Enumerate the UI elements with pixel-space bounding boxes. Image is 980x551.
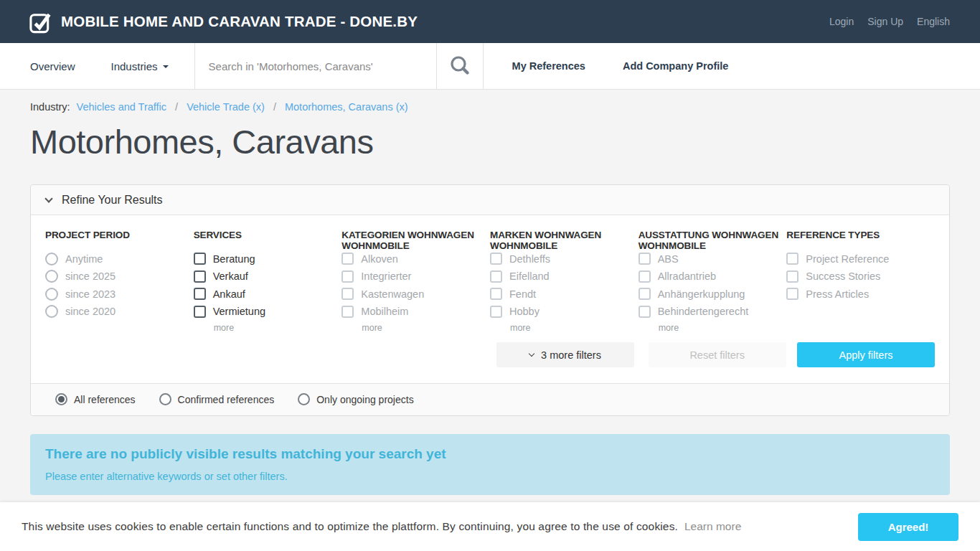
checkbox-option-ankauf[interactable]: Ankauf xyxy=(194,288,342,301)
main-nav: Overview Industries My References Add Co… xyxy=(0,43,980,90)
checkbox-icon xyxy=(490,306,502,318)
language-link[interactable]: English xyxy=(917,16,950,27)
filter-panel-body: PROJECT PERIODAnytimesince 2025since 202… xyxy=(31,215,949,383)
option-label: since 2020 xyxy=(65,306,116,317)
checkbox-option-project-reference: Project Reference xyxy=(786,253,935,265)
filter-group-project-period: PROJECT PERIODAnytimesince 2025since 202… xyxy=(45,230,194,332)
caret-down-icon xyxy=(163,65,169,68)
filter-panel-header[interactable]: Refine Your Results xyxy=(31,185,949,215)
breadcrumb-motorhomes-caravans[interactable]: Motorhomes, Caravans (x) xyxy=(285,101,408,113)
option-label: Alkoven xyxy=(361,253,398,265)
scope-label: All references xyxy=(74,394,136,405)
more-options-link[interactable]: more xyxy=(362,323,490,332)
empty-results-subtitle: Please enter alternative keywords or set… xyxy=(45,471,935,482)
option-label: Ankauf xyxy=(213,288,245,300)
option-label: Verkauf xyxy=(213,270,248,282)
checkbox-icon[interactable] xyxy=(194,306,206,318)
radio-icon xyxy=(45,253,58,265)
breadcrumb-label: Industry: xyxy=(30,101,70,113)
filter-panel: Refine Your Results PROJECT PERIODAnytim… xyxy=(30,184,950,416)
nav-my-references[interactable]: My References xyxy=(484,43,623,89)
checkbox-option-dethleffs: Dethleffs xyxy=(490,253,639,265)
filter-group-title: MARKEN WOHNWAGEN WOHNMOBILE xyxy=(490,230,639,253)
radio-icon xyxy=(45,288,58,301)
radio-icon[interactable] xyxy=(55,393,67,405)
chevron-down-icon xyxy=(44,194,52,202)
option-label: Press Articles xyxy=(806,288,869,300)
filter-panel-title: Refine Your Results xyxy=(62,194,163,207)
checkbox-icon[interactable] xyxy=(194,288,206,300)
apply-filters-button[interactable]: Apply filters xyxy=(797,342,935,367)
checkbox-icon xyxy=(490,270,502,283)
radio-icon xyxy=(45,270,58,283)
checkbox-icon xyxy=(786,270,798,283)
option-label: Beratung xyxy=(213,253,255,265)
scope-radio-only-ongoing-projects[interactable]: Only ongoing projects xyxy=(298,393,413,405)
checkbox-icon xyxy=(639,253,651,265)
more-filters-button[interactable]: 3 more filters xyxy=(496,342,634,367)
checkbox-option-press-articles: Press Articles xyxy=(786,288,935,301)
radio-icon[interactable] xyxy=(159,393,171,405)
search-input[interactable] xyxy=(195,60,436,72)
filter-group-services: SERVICESBeratungVerkaufAnkaufVermietungm… xyxy=(194,230,342,332)
option-label: since 2023 xyxy=(65,288,116,300)
checkbox-icon xyxy=(341,306,354,318)
login-link[interactable]: Login xyxy=(829,16,854,27)
learn-more-link[interactable]: Learn more xyxy=(684,520,741,533)
signup-link[interactable]: Sign Up xyxy=(867,16,903,27)
radio-option-since-2025: since 2025 xyxy=(45,270,194,283)
checkbox-option-kastenwagen: Kastenwagen xyxy=(341,288,490,301)
option-label: Project Reference xyxy=(806,253,889,265)
checkbox-option-anh-ngerkupplung: Anhängerkupplung xyxy=(639,288,787,301)
more-options-link[interactable]: more xyxy=(659,323,787,332)
checkbox-option-verkauf[interactable]: Verkauf xyxy=(194,270,342,283)
checkbox-icon xyxy=(490,253,502,265)
radio-option-since-2020: since 2020 xyxy=(45,306,194,319)
reset-filters-button[interactable]: Reset filters xyxy=(649,342,786,367)
scope-radio-confirmed-references[interactable]: Confirmed references xyxy=(159,393,275,405)
checkbox-option-abs: ABS xyxy=(639,253,787,265)
checkbox-icon xyxy=(786,253,798,265)
brand-title: Mobile Home and Caravan Trade - done.by xyxy=(61,13,418,30)
filter-group-ausstattung-wohnwagen-wohnmobile: AUSSTATTUNG WOHNWAGEN WOHNMOBILEABSAllra… xyxy=(639,230,787,332)
checkbox-option-beratung[interactable]: Beratung xyxy=(194,253,342,265)
breadcrumb-vehicles-and-traffic[interactable]: Vehicles and Traffic xyxy=(77,101,166,113)
search-button[interactable] xyxy=(436,43,484,89)
search-icon xyxy=(448,55,471,77)
filter-group-title: KATEGORIEN WOHNWAGEN WOHNMOBILE xyxy=(341,230,490,253)
checkbox-icon[interactable] xyxy=(194,253,206,265)
checkbox-icon xyxy=(639,270,651,283)
checkbox-icon[interactable] xyxy=(194,270,206,283)
option-label: ABS xyxy=(658,253,679,265)
nav-add-company-profile[interactable]: Add Company Profile xyxy=(623,43,728,89)
nav-overview[interactable]: Overview xyxy=(0,43,111,89)
search-field-wrap xyxy=(194,43,436,89)
breadcrumb: Industry: Vehicles and Traffic / Vehicle… xyxy=(30,90,950,113)
checkbox-option-eifelland: Eifelland xyxy=(490,270,639,283)
checkbox-icon xyxy=(639,306,651,318)
filter-group-title: PROJECT PERIOD xyxy=(45,230,194,253)
scope-radio-all-references[interactable]: All references xyxy=(55,393,136,405)
option-label: Fendt xyxy=(509,288,536,300)
filter-group-marken-wohnwagen-wohnmobile: MARKEN WOHNWAGEN WOHNMOBILEDethleffsEife… xyxy=(490,230,639,332)
more-options-link[interactable]: more xyxy=(510,323,639,332)
radio-icon[interactable] xyxy=(298,393,310,405)
checkbox-option-success-stories: Success Stories xyxy=(786,270,935,283)
checkbox-option-hobby: Hobby xyxy=(490,306,639,319)
filter-group-title: AUSSTATTUNG WOHNWAGEN WOHNMOBILE xyxy=(639,230,787,253)
more-options-link[interactable]: more xyxy=(214,323,342,332)
breadcrumb-separator: / xyxy=(273,101,276,113)
checkbox-option-integrierter: Integrierter xyxy=(341,270,490,283)
checkbox-option-allradantrieb: Allradantrieb xyxy=(639,270,787,283)
radio-icon xyxy=(45,305,58,318)
top-header: Mobile Home and Caravan Trade - done.by … xyxy=(0,0,980,43)
agree-button[interactable]: Agreed! xyxy=(858,513,958,541)
option-label: Eifelland xyxy=(509,270,550,282)
option-label: Allradantrieb xyxy=(658,270,716,282)
nav-industries[interactable]: Industries xyxy=(111,43,194,89)
filter-group-reference-types: REFERENCE TYPESProject ReferenceSuccess … xyxy=(786,230,935,332)
checkbox-option-vermietung[interactable]: Vermietung xyxy=(194,306,342,319)
breadcrumb-separator: / xyxy=(175,101,178,113)
breadcrumb-vehicle-trade[interactable]: Vehicle Trade (x) xyxy=(187,101,265,113)
option-label: Integrierter xyxy=(361,270,411,282)
